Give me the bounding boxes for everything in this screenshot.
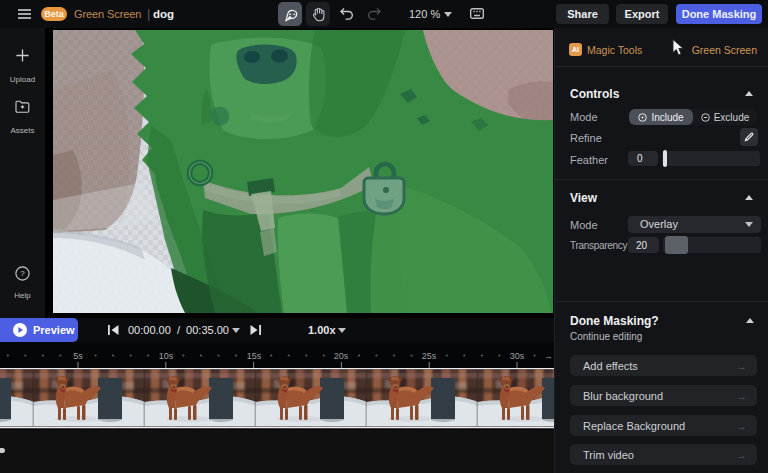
svg-text:?: ? — [20, 269, 25, 278]
svg-text:25s: 25s — [422, 351, 437, 361]
svg-text:→: → — [544, 351, 553, 361]
svg-text:30s: 30s — [510, 351, 525, 361]
svg-text:10s: 10s — [159, 351, 174, 361]
svg-text:20s: 20s — [334, 351, 349, 361]
svg-text:15s: 15s — [247, 351, 262, 361]
svg-text:5s: 5s — [73, 351, 83, 361]
